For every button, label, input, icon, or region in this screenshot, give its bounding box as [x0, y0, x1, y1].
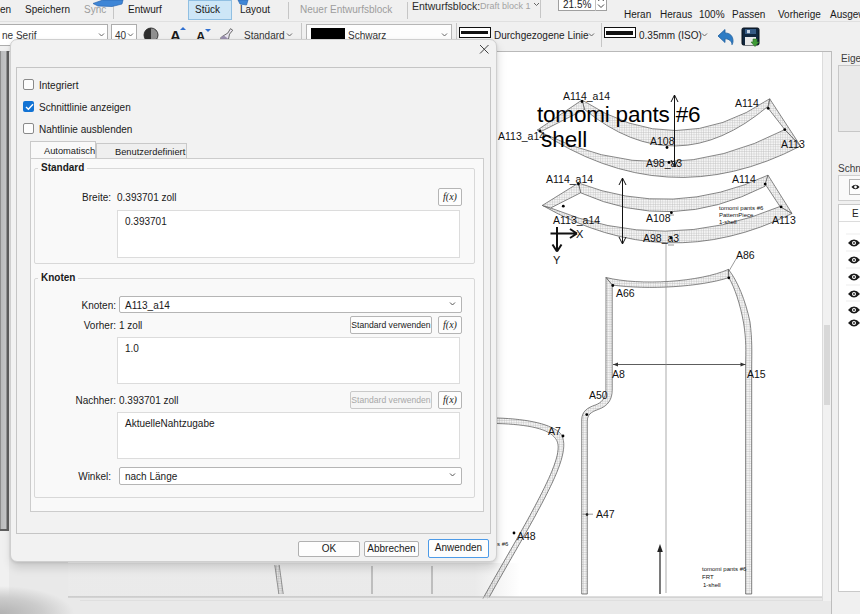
- svg-text:A113_a14: A113_a14: [553, 214, 600, 226]
- svg-text:A47: A47: [596, 508, 615, 520]
- svg-text:A114: A114: [732, 173, 756, 185]
- svg-text:tomomi pants #6: tomomi pants #6: [702, 566, 747, 572]
- svg-text:A86: A86: [736, 249, 755, 261]
- svg-text:A7: A7: [548, 425, 561, 437]
- svg-text:1-shell: 1-shell: [719, 219, 737, 225]
- svg-text:A108: A108: [646, 212, 671, 224]
- svg-text:A50: A50: [589, 389, 608, 401]
- svg-text:Y: Y: [553, 254, 561, 266]
- svg-text:1-shell: 1-shell: [703, 582, 721, 588]
- svg-text:A48: A48: [517, 530, 536, 542]
- svg-text:A113: A113: [781, 138, 805, 150]
- svg-text:A113: A113: [772, 214, 796, 226]
- svg-text:A114_a14: A114_a14: [546, 173, 593, 185]
- svg-text:PatternPiece: PatternPiece: [719, 212, 754, 218]
- svg-text:A108: A108: [650, 135, 675, 147]
- svg-text:shell: shell: [541, 127, 587, 152]
- svg-text:s #6: s #6: [497, 541, 509, 547]
- svg-text:A114_a14: A114_a14: [563, 90, 610, 102]
- svg-text:tomomi pants #6: tomomi pants #6: [537, 102, 700, 127]
- svg-text:A66: A66: [616, 287, 635, 299]
- svg-text:FRT: FRT: [702, 574, 714, 580]
- svg-text:X: X: [576, 228, 584, 240]
- svg-text:A98_a3: A98_a3: [646, 157, 682, 169]
- svg-text:tomomi pants #6: tomomi pants #6: [719, 205, 764, 211]
- svg-text:A113_a14: A113_a14: [498, 130, 545, 142]
- svg-text:A98_a3: A98_a3: [643, 232, 679, 244]
- svg-text:A15: A15: [747, 368, 766, 380]
- svg-text:A114: A114: [735, 97, 759, 109]
- svg-text:A8: A8: [612, 368, 625, 380]
